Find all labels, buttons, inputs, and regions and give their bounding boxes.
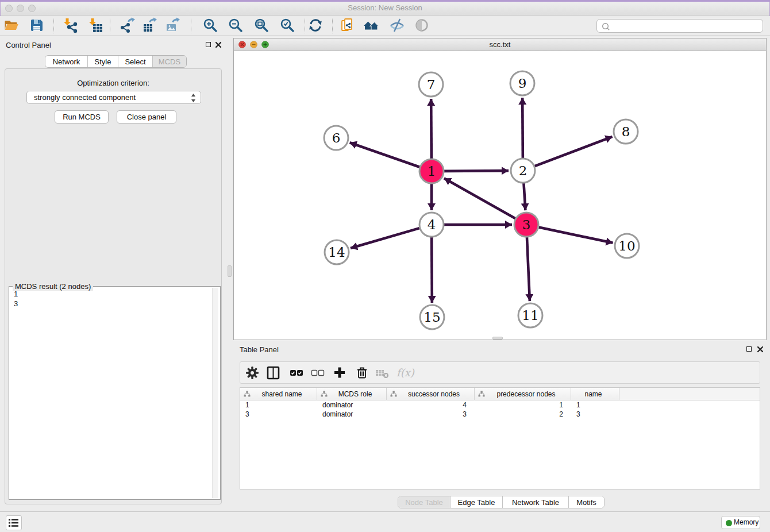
network-window-title: scc.txt (234, 40, 766, 49)
column-header-shared-name[interactable]: shared name (240, 388, 317, 400)
main-toolbar (0, 16, 770, 36)
edge-1-6[interactable] (350, 142, 420, 167)
tab-edge-table[interactable]: Edge Table (450, 496, 502, 508)
horizontal-splitter-handle[interactable] (492, 337, 503, 340)
node-label-8: 8 (622, 124, 630, 139)
table-row[interactable]: 3dominator323 (240, 410, 619, 419)
node-label-11: 11 (522, 308, 538, 323)
control-panel-close-icon[interactable] (215, 41, 222, 48)
delete-row-icon[interactable] (355, 365, 370, 380)
edge-1-7[interactable] (431, 99, 432, 159)
node-label-14: 14 (328, 245, 345, 260)
delete-table-icon[interactable] (375, 365, 390, 380)
edge-4-14[interactable] (351, 228, 419, 248)
node-label-9: 9 (518, 76, 527, 91)
zoom-selected-icon[interactable] (279, 17, 295, 33)
task-history-button[interactable] (6, 515, 22, 530)
node-table: shared nameMCDS rolesuccessor nodesprede… (240, 387, 760, 489)
table-options-icon[interactable] (245, 365, 260, 380)
mcds-panel: Optimization criterion: strongly connect… (5, 68, 222, 504)
refresh-icon[interactable] (307, 17, 324, 33)
table-panel: Table Panel f(x) shared nameMCDS rolesuc… (233, 342, 767, 510)
tab-motifs[interactable]: Motifs (568, 496, 604, 508)
result-scrollbar[interactable] (212, 288, 218, 498)
vertical-splitter-handle[interactable] (228, 265, 232, 277)
titlebar-accent-strip (0, 0, 770, 2)
edge-3-11[interactable] (527, 237, 530, 301)
column-header-MCDS-role[interactable]: MCDS role (317, 388, 387, 400)
edge-3-10[interactable] (539, 228, 613, 243)
panel-visibility-icon[interactable] (414, 17, 430, 33)
table-panel-title: Table Panel (240, 345, 279, 354)
cell: 3 (571, 410, 619, 419)
network-canvas[interactable]: 7968124314101511 (234, 51, 766, 340)
control-panel-tabs: NetworkStyleSelectMCDS (45, 55, 187, 68)
open-session-icon[interactable] (3, 17, 20, 33)
import-network-icon[interactable] (62, 17, 78, 33)
search-icon (602, 22, 611, 32)
search-input[interactable] (596, 19, 763, 33)
function-builder-icon[interactable]: f(x) (396, 365, 419, 380)
tab-network[interactable]: Network (45, 56, 87, 67)
run-mcds-button[interactable]: Run MCDS (55, 110, 109, 124)
show-column-icon[interactable] (267, 365, 282, 380)
tab-network-table[interactable]: Network Table (502, 496, 568, 508)
close-panel-button[interactable]: Close panel (117, 110, 176, 124)
add-row-icon[interactable] (333, 365, 348, 380)
select-all-columns-icon[interactable] (290, 365, 305, 380)
import-table-icon[interactable] (87, 17, 103, 33)
table-panel-close-icon[interactable] (757, 346, 764, 353)
cell: 1 (240, 400, 317, 410)
status-bar: Memory (0, 511, 770, 532)
column-header-predecessor-nodes[interactable]: predecessor nodes (475, 388, 571, 400)
node-label-15: 15 (424, 310, 440, 325)
table-header-row: shared nameMCDS rolesuccessor nodesprede… (240, 388, 760, 400)
zoom-in-icon[interactable] (202, 17, 218, 33)
edge-2-3[interactable] (523, 183, 525, 210)
edge-2-9[interactable] (522, 98, 523, 158)
control-panel-float-icon[interactable] (206, 42, 211, 47)
unselect-all-columns-icon[interactable] (311, 365, 326, 380)
edge-1-2[interactable] (444, 171, 509, 171)
export-network-icon[interactable] (119, 17, 135, 33)
criterion-select[interactable]: strongly connected component (26, 91, 201, 104)
table-panel-float-icon[interactable] (746, 346, 752, 352)
node-label-10: 10 (618, 238, 635, 253)
save-session-icon[interactable] (29, 17, 45, 33)
cell: 3 (240, 410, 317, 419)
table-row[interactable]: 1dominator411 (240, 400, 619, 410)
zoom-out-icon[interactable] (228, 17, 244, 33)
clone-network-icon[interactable] (340, 17, 356, 33)
tab-style[interactable]: Style (87, 56, 118, 67)
node-label-4: 4 (428, 217, 436, 232)
edge-2-8[interactable] (535, 137, 613, 166)
network-window-titlebar: scc.txt (234, 38, 766, 51)
node-label-6: 6 (332, 130, 341, 145)
memory-status-icon (726, 520, 732, 526)
optimization-criterion-label: Optimization criterion: (5, 79, 221, 87)
memory-button[interactable]: Memory (721, 516, 760, 529)
column-header-successor-nodes[interactable]: successor nodes (387, 388, 475, 400)
edge-4-15[interactable] (432, 237, 432, 303)
table-toolbar: f(x) (240, 361, 760, 384)
home-icon[interactable] (363, 17, 379, 33)
cell: 2 (475, 410, 571, 419)
node-label-3: 3 (522, 217, 531, 232)
export-image-icon[interactable] (165, 17, 181, 33)
tab-node-table[interactable]: Node Table (398, 496, 450, 508)
cell: dominator (317, 410, 387, 419)
select-stepper-icon (191, 93, 196, 106)
export-table-icon[interactable] (142, 17, 158, 33)
zoom-fit-icon[interactable] (253, 17, 270, 33)
table-tabs: Node TableEdge TableNetwork TableMotifs (398, 496, 605, 508)
node-label-2: 2 (519, 163, 528, 178)
cell: 3 (387, 410, 475, 419)
mcds-result-group: MCDS result (2 nodes) 13 (9, 286, 221, 500)
tab-mcds[interactable]: MCDS (152, 56, 186, 67)
edge-3-1[interactable] (444, 178, 515, 218)
network-view-window: scc.txt 7968124314101511 (233, 38, 767, 340)
tab-select[interactable]: Select (118, 56, 152, 67)
app-titlebar: Session: New Session (0, 0, 770, 16)
hide-panel-icon[interactable] (389, 17, 405, 33)
column-header-name[interactable]: name (571, 388, 619, 400)
